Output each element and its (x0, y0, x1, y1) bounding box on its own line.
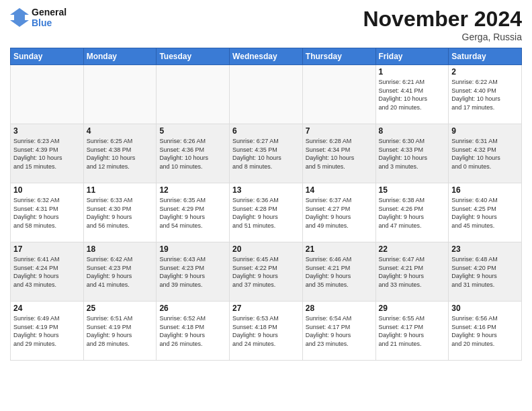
day-number: 11 (87, 185, 154, 195)
calendar-day-27: 27Sunrise: 6:53 AMSunset: 4:18 PMDayligh… (230, 302, 303, 361)
day-number: 1 (379, 67, 446, 77)
location: Gerga, Russia (363, 32, 522, 42)
weekday-header-saturday: Saturday (449, 48, 522, 65)
calendar-day-6: 6Sunrise: 6:27 AMSunset: 4:35 PMDaylight… (230, 124, 303, 183)
day-number: 17 (13, 244, 81, 254)
day-number: 26 (159, 304, 226, 313)
day-number: 16 (451, 185, 519, 195)
weekday-header-row: SundayMondayTuesdayWednesdayThursdayFrid… (11, 48, 522, 65)
day-info: Sunrise: 6:25 AMSunset: 4:38 PMDaylight:… (87, 137, 154, 171)
day-info: Sunrise: 6:38 AMSunset: 4:26 PMDaylight:… (379, 196, 446, 230)
calendar-day-12: 12Sunrise: 6:35 AMSunset: 4:29 PMDayligh… (157, 183, 230, 242)
day-number: 2 (451, 67, 519, 77)
day-info: Sunrise: 6:21 AMSunset: 4:41 PMDaylight:… (379, 78, 446, 111)
day-info: Sunrise: 6:55 AMSunset: 4:17 PMDaylight:… (379, 314, 446, 348)
logo: General Blue (10, 7, 66, 28)
month-title: November 2024 (363, 7, 522, 32)
calendar-day-1: 1Sunrise: 6:21 AMSunset: 4:41 PMDaylight… (375, 65, 449, 124)
calendar-day-26: 26Sunrise: 6:52 AMSunset: 4:18 PMDayligh… (157, 302, 230, 361)
calendar-day-30: 30Sunrise: 6:56 AMSunset: 4:16 PMDayligh… (449, 302, 522, 361)
weekday-header-friday: Friday (375, 48, 449, 65)
day-number: 6 (232, 126, 300, 136)
weekday-header-wednesday: Wednesday (230, 48, 303, 65)
weekday-header-thursday: Thursday (302, 48, 375, 65)
day-number: 30 (451, 304, 519, 313)
calendar-day-15: 15Sunrise: 6:38 AMSunset: 4:26 PMDayligh… (375, 183, 449, 242)
day-number: 5 (159, 126, 226, 136)
calendar-day-13: 13Sunrise: 6:36 AMSunset: 4:28 PMDayligh… (230, 183, 303, 242)
day-number: 3 (13, 126, 81, 136)
day-number: 28 (306, 304, 373, 313)
day-info: Sunrise: 6:22 AMSunset: 4:40 PMDaylight:… (451, 78, 519, 111)
day-number: 9 (451, 126, 519, 136)
calendar-day-11: 11Sunrise: 6:33 AMSunset: 4:30 PMDayligh… (83, 183, 157, 242)
day-info: Sunrise: 6:49 AMSunset: 4:19 PMDaylight:… (13, 314, 81, 348)
logo-container: General Blue (10, 7, 66, 28)
calendar-day-24: 24Sunrise: 6:49 AMSunset: 4:19 PMDayligh… (11, 302, 84, 361)
calendar-day-16: 16Sunrise: 6:40 AMSunset: 4:25 PMDayligh… (449, 183, 522, 242)
day-info: Sunrise: 6:51 AMSunset: 4:19 PMDaylight:… (87, 314, 154, 348)
calendar-day-21: 21Sunrise: 6:46 AMSunset: 4:21 PMDayligh… (302, 242, 375, 302)
day-number: 7 (306, 126, 373, 136)
day-info: Sunrise: 6:26 AMSunset: 4:36 PMDaylight:… (159, 137, 226, 171)
day-info: Sunrise: 6:23 AMSunset: 4:39 PMDaylight:… (13, 137, 81, 171)
calendar-day-23: 23Sunrise: 6:48 AMSunset: 4:20 PMDayligh… (449, 242, 522, 302)
day-info: Sunrise: 6:42 AMSunset: 4:23 PMDaylight:… (87, 255, 154, 289)
day-info: Sunrise: 6:37 AMSunset: 4:27 PMDaylight:… (306, 196, 373, 230)
calendar-day-18: 18Sunrise: 6:42 AMSunset: 4:23 PMDayligh… (83, 242, 157, 302)
day-number: 12 (159, 185, 226, 195)
logo-bird-icon (10, 7, 29, 28)
day-number: 22 (379, 244, 446, 254)
calendar-day-empty (83, 65, 157, 124)
calendar-day-8: 8Sunrise: 6:30 AMSunset: 4:33 PMDaylight… (375, 124, 449, 183)
calendar-day-19: 19Sunrise: 6:43 AMSunset: 4:23 PMDayligh… (157, 242, 230, 302)
day-number: 14 (306, 185, 373, 195)
weekday-header-monday: Monday (83, 48, 157, 65)
day-info: Sunrise: 6:43 AMSunset: 4:23 PMDaylight:… (159, 255, 226, 289)
day-info: Sunrise: 6:40 AMSunset: 4:25 PMDaylight:… (451, 196, 519, 230)
calendar-week-1: 1Sunrise: 6:21 AMSunset: 4:41 PMDaylight… (11, 65, 522, 124)
day-number: 27 (232, 304, 300, 313)
day-info: Sunrise: 6:30 AMSunset: 4:33 PMDaylight:… (379, 137, 446, 171)
day-number: 15 (379, 185, 446, 195)
logo-general: General (32, 7, 66, 17)
day-info: Sunrise: 6:36 AMSunset: 4:28 PMDaylight:… (232, 196, 300, 230)
day-info: Sunrise: 6:35 AMSunset: 4:29 PMDaylight:… (159, 196, 226, 230)
weekday-header-tuesday: Tuesday (157, 48, 230, 65)
day-number: 18 (87, 244, 154, 254)
calendar-week-2: 3Sunrise: 6:23 AMSunset: 4:39 PMDaylight… (11, 124, 522, 183)
day-number: 23 (451, 244, 519, 254)
calendar-day-2: 2Sunrise: 6:22 AMSunset: 4:40 PMDaylight… (449, 65, 522, 124)
day-info: Sunrise: 6:54 AMSunset: 4:17 PMDaylight:… (306, 314, 373, 348)
day-info: Sunrise: 6:52 AMSunset: 4:18 PMDaylight:… (159, 314, 226, 348)
day-info: Sunrise: 6:53 AMSunset: 4:18 PMDaylight:… (232, 314, 300, 348)
calendar-day-7: 7Sunrise: 6:28 AMSunset: 4:34 PMDaylight… (302, 124, 375, 183)
calendar-day-5: 5Sunrise: 6:26 AMSunset: 4:36 PMDaylight… (157, 124, 230, 183)
calendar-day-3: 3Sunrise: 6:23 AMSunset: 4:39 PMDaylight… (11, 124, 84, 183)
day-number: 8 (379, 126, 446, 136)
calendar-day-28: 28Sunrise: 6:54 AMSunset: 4:17 PMDayligh… (302, 302, 375, 361)
day-info: Sunrise: 6:28 AMSunset: 4:34 PMDaylight:… (306, 137, 373, 171)
page: General Blue November 2024 Gerga, Russia… (0, 0, 532, 411)
calendar-day-empty (230, 65, 303, 124)
day-info: Sunrise: 6:32 AMSunset: 4:31 PMDaylight:… (13, 196, 81, 230)
calendar-day-25: 25Sunrise: 6:51 AMSunset: 4:19 PMDayligh… (83, 302, 157, 361)
svg-marker-0 (10, 8, 29, 27)
calendar-day-empty (11, 65, 84, 124)
day-info: Sunrise: 6:41 AMSunset: 4:24 PMDaylight:… (13, 255, 81, 289)
day-number: 24 (13, 304, 81, 313)
calendar-day-10: 10Sunrise: 6:32 AMSunset: 4:31 PMDayligh… (11, 183, 84, 242)
title-area: November 2024 Gerga, Russia (363, 7, 522, 42)
day-number: 10 (13, 185, 81, 195)
day-info: Sunrise: 6:27 AMSunset: 4:35 PMDaylight:… (232, 137, 300, 171)
day-info: Sunrise: 6:47 AMSunset: 4:21 PMDaylight:… (379, 255, 446, 289)
calendar-day-empty (157, 65, 230, 124)
header: General Blue November 2024 Gerga, Russia (10, 7, 522, 42)
calendar-day-29: 29Sunrise: 6:55 AMSunset: 4:17 PMDayligh… (375, 302, 449, 361)
calendar-day-22: 22Sunrise: 6:47 AMSunset: 4:21 PMDayligh… (375, 242, 449, 302)
weekday-header-sunday: Sunday (11, 48, 84, 65)
calendar-day-14: 14Sunrise: 6:37 AMSunset: 4:27 PMDayligh… (302, 183, 375, 242)
calendar-day-empty (302, 65, 375, 124)
day-info: Sunrise: 6:33 AMSunset: 4:30 PMDaylight:… (87, 196, 154, 230)
day-info: Sunrise: 6:31 AMSunset: 4:32 PMDaylight:… (451, 137, 519, 171)
